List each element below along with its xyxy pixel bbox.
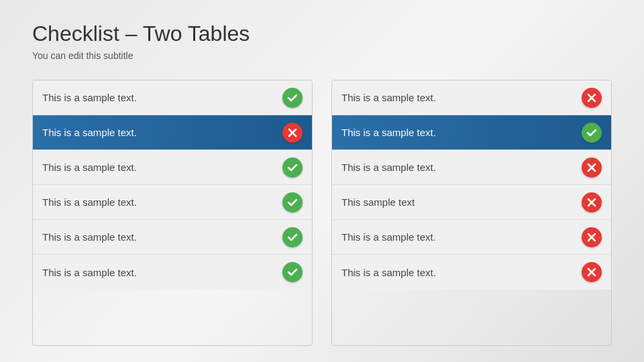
row-text: This sample text: [341, 196, 415, 208]
table-row[interactable]: This is a sample text.: [33, 220, 312, 255]
table-row[interactable]: This is a sample text.: [33, 115, 312, 150]
table-row[interactable]: This is a sample text.: [332, 220, 611, 255]
table-row[interactable]: This is a sample text.: [33, 255, 312, 290]
table-row[interactable]: This is a sample text.: [33, 150, 312, 185]
row-text: This is a sample text.: [42, 231, 137, 243]
table-row[interactable]: This is a sample text.: [332, 115, 611, 150]
page: Checklist – Two Tables You can edit this…: [0, 0, 644, 362]
row-text: This is a sample text.: [42, 196, 137, 208]
table-row[interactable]: This sample text: [332, 185, 611, 220]
row-text: This is a sample text.: [341, 92, 436, 103]
row-text: This is a sample text.: [42, 267, 137, 278]
check-icon: [282, 227, 303, 247]
cross-icon: [582, 227, 602, 247]
row-text: This is a sample text.: [341, 127, 436, 138]
table-row[interactable]: This is a sample text.: [332, 255, 611, 290]
check-icon: [282, 262, 303, 282]
page-subtitle: You can edit this subtitle: [32, 50, 612, 61]
check-icon: [282, 158, 303, 178]
table-row[interactable]: This is a sample text.: [33, 185, 312, 220]
table-row[interactable]: This is a sample text.: [332, 150, 611, 185]
row-text: This is a sample text.: [42, 92, 137, 103]
row-text: This is a sample text.: [42, 127, 137, 138]
table-row[interactable]: This is a sample text.: [33, 80, 312, 115]
row-text: This is a sample text.: [42, 162, 137, 173]
tables-container: This is a sample text. This is a sample …: [32, 80, 612, 346]
cross-icon: [582, 192, 602, 213]
left-table: This is a sample text. This is a sample …: [32, 80, 313, 346]
cross-icon: [582, 158, 602, 178]
check-icon: [582, 123, 602, 143]
row-text: This is a sample text.: [341, 162, 436, 173]
right-table: This is a sample text. This is a sample …: [331, 80, 612, 346]
cross-icon: [282, 123, 303, 143]
table-row[interactable]: This is a sample text.: [332, 80, 611, 115]
row-text: This is a sample text.: [341, 267, 436, 278]
cross-icon: [582, 262, 602, 282]
row-text: This is a sample text.: [341, 231, 436, 243]
page-title: Checklist – Two Tables: [32, 21, 612, 46]
check-icon: [282, 88, 303, 108]
cross-icon: [582, 88, 602, 108]
check-icon: [282, 192, 303, 213]
